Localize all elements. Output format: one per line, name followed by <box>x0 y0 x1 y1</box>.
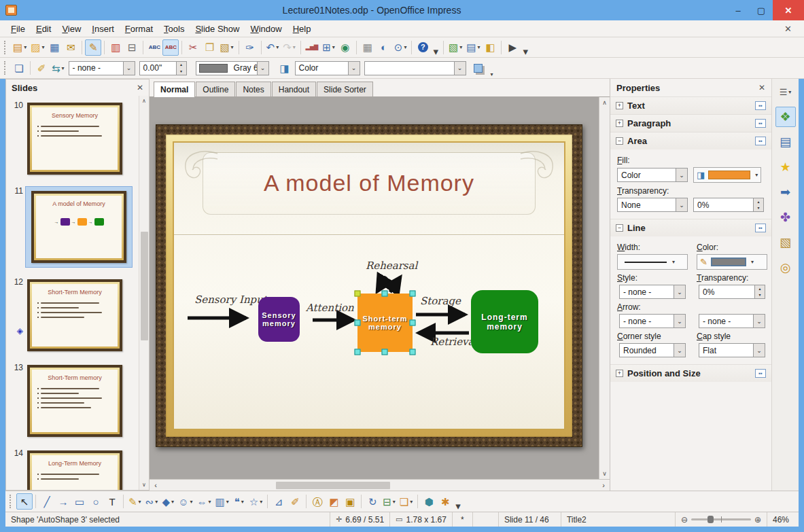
master-pages-tab[interactable]: ▤ <box>775 132 796 152</box>
corner-style-select[interactable]: Rounded ⌄ <box>619 343 686 357</box>
selection-handle[interactable] <box>410 291 416 297</box>
view-tab-normal[interactable]: Normal <box>154 82 195 97</box>
fontwork[interactable]: Ⓐ <box>309 493 326 510</box>
vertical-scrollbar[interactable]: ∧ ∨ <box>599 97 610 479</box>
spin-down-icon[interactable]: ▾ <box>754 205 763 212</box>
slide-thumbnail[interactable]: A model of Memory→→→ <box>25 186 133 268</box>
redo[interactable]: ↷▾ <box>281 39 298 56</box>
close-button[interactable]: ✕ <box>773 0 804 20</box>
clone-formatting[interactable]: ✑ <box>242 39 258 56</box>
expand-icon[interactable]: + <box>616 370 623 377</box>
spin-up-icon[interactable]: ▴ <box>754 198 763 205</box>
block-arrows[interactable]: ⇔▾ <box>195 493 213 510</box>
arrow[interactable]: → <box>55 493 71 510</box>
zoom-out-icon[interactable]: ⊖ <box>681 515 688 525</box>
transparency-type-select[interactable]: None ⌄ <box>617 198 688 212</box>
edit-points[interactable]: ⊿ <box>270 493 287 510</box>
send-email[interactable]: ✉ <box>63 39 79 56</box>
arrow-start-select[interactable]: - none - ⌄ <box>619 314 686 328</box>
basic-shapes[interactable]: ◆▾ <box>160 493 176 510</box>
start-slideshow[interactable]: ▶ <box>504 39 521 56</box>
slide-content[interactable]: A model of Memory <box>173 141 565 430</box>
maximize-button[interactable]: ▢ <box>750 0 773 20</box>
spellcheck[interactable]: ABC <box>146 39 162 56</box>
node-sensory-memory[interactable]: Sensory memory <box>258 297 300 342</box>
zoom-percent[interactable]: 46% <box>767 512 799 527</box>
node-long-term-memory[interactable]: Long-term memory <box>471 290 538 353</box>
zoom-track[interactable] <box>691 518 751 520</box>
toolbar-grip[interactable] <box>4 41 7 54</box>
stars[interactable]: ☆▾ <box>247 493 264 510</box>
scroll-up-icon[interactable]: ∧ <box>142 96 146 106</box>
display-grid[interactable]: ▦ <box>360 39 376 56</box>
line-color-select[interactable]: Gray 6 ⌄ <box>196 61 269 75</box>
zoom-thumb[interactable] <box>707 516 714 523</box>
section-paragraph[interactable]: + Paragraph ▪▪ <box>610 114 771 132</box>
help[interactable]: ? <box>415 39 431 56</box>
text-box[interactable]: T <box>104 493 120 510</box>
zoom-slider[interactable]: ⊖ ⊕ <box>676 512 767 527</box>
auto-spellcheck[interactable]: ABC <box>162 39 179 56</box>
insert-picture[interactable]: ◩ <box>326 493 342 510</box>
slide-thumbnail[interactable]: Sensory Memory <box>25 101 124 177</box>
insert-table[interactable]: ⊞▾ <box>320 39 337 56</box>
dropdown-arrow-icon[interactable]: ▾ <box>751 259 754 265</box>
dropdown-arrow-icon[interactable]: ▾ <box>755 172 758 178</box>
selection-handle[interactable] <box>410 349 416 355</box>
selection-handle[interactable] <box>382 349 388 355</box>
area-style-button[interactable]: ◨ <box>277 60 293 76</box>
arrange[interactable]: ❏▾ <box>398 493 415 510</box>
fill-type-select[interactable]: Color ⌄ <box>295 61 360 75</box>
slide-thumbnail[interactable]: Long-Term Memory <box>25 448 124 490</box>
fill-type-select[interactable]: Color ⌄ <box>617 168 688 182</box>
properties-tab[interactable]: ❖ <box>775 107 796 127</box>
menu-insert[interactable]: Insert <box>86 22 120 36</box>
slide-layout[interactable]: ▤▾ <box>464 39 482 56</box>
spin-up-icon[interactable]: ▴ <box>755 285 765 292</box>
section-position-size[interactable]: + Position and Size ▪▪ <box>610 364 771 382</box>
line-dialog[interactable]: ✐ <box>33 60 50 76</box>
toolbar-grip[interactable] <box>10 495 13 508</box>
menu-slide-show[interactable]: Slide Show <box>190 22 245 36</box>
slide-transition-tab[interactable]: ✤ <box>775 207 796 228</box>
style-name[interactable]: Title2 <box>561 512 676 527</box>
symbol-shapes[interactable]: ☺▾ <box>176 493 194 510</box>
selection-handle[interactable] <box>410 320 416 326</box>
interaction[interactable]: ✱ <box>437 493 453 510</box>
menu-tools[interactable]: Tools <box>158 22 190 36</box>
custom-animation-tab[interactable]: ➡ <box>775 182 796 202</box>
rotate[interactable]: ↻ <box>364 493 381 510</box>
fill-color-select[interactable]: ⌄ <box>364 61 466 75</box>
close-panel-icon[interactable]: ✕ <box>758 83 765 92</box>
menu-file[interactable]: File <box>5 22 31 36</box>
select[interactable]: ↖ <box>16 493 33 510</box>
hyperlink[interactable]: ◉ <box>337 39 353 56</box>
collapse-icon[interactable]: − <box>616 137 623 145</box>
spin-down-icon[interactable]: ▾ <box>177 68 186 75</box>
spin-up-icon[interactable]: ▴ <box>177 62 186 69</box>
selection-handle[interactable] <box>355 349 361 355</box>
label-storage[interactable]: Storage <box>420 295 461 307</box>
expand-icon[interactable]: + <box>616 120 623 127</box>
insert-chart[interactable]: ▂▅▇ <box>304 39 320 56</box>
paste[interactable]: ▧▾ <box>217 39 235 56</box>
menu-help[interactable]: Help <box>287 22 317 36</box>
selection-handle[interactable] <box>355 291 361 297</box>
label-rehearsal[interactable]: Rehearsal <box>366 260 417 272</box>
new-document[interactable]: ▤▾ <box>11 39 29 56</box>
dialog-launcher-icon[interactable]: ▪▪ <box>755 119 766 128</box>
dialog-launcher-icon[interactable]: ▪▪ <box>755 101 766 110</box>
sidebar-menu[interactable]: ☰▾ <box>775 82 796 102</box>
shadow-icon[interactable] <box>474 64 483 73</box>
line-transparency-spinner[interactable]: 0% ▴▾ <box>699 285 765 299</box>
toolbar-grip[interactable] <box>4 61 7 75</box>
ellipse[interactable]: ○ <box>88 493 104 510</box>
fill-color-picker[interactable]: ◨ ▾ <box>693 167 761 183</box>
cap-style-select[interactable]: Flat ⌄ <box>699 343 765 357</box>
section-area[interactable]: − Area ▪▪ <box>610 132 771 149</box>
gallery-tab[interactable]: ★ <box>775 157 796 177</box>
spin-down-icon[interactable]: ▾ <box>755 292 765 299</box>
label-sensory-input[interactable]: Sensory Input <box>194 294 267 306</box>
menu-window[interactable]: Window <box>245 22 287 36</box>
selection-handle[interactable] <box>382 291 388 297</box>
